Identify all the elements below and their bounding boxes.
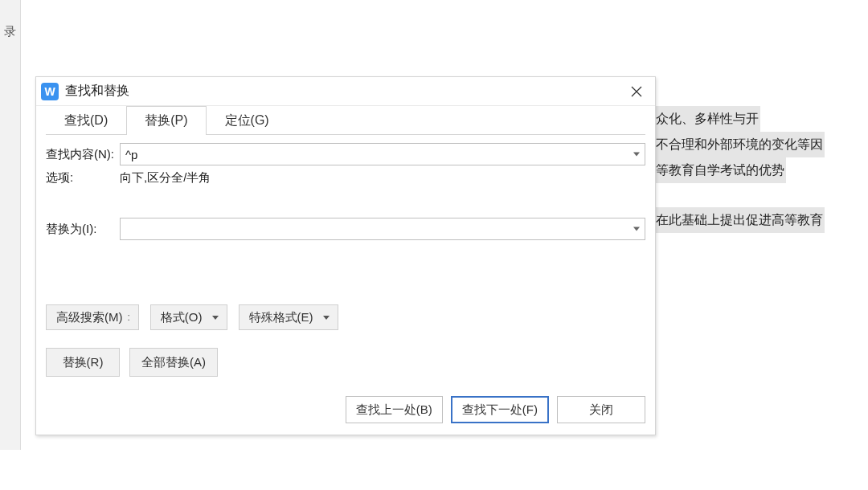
footer-row: 查找上一处(B) 查找下一处(F) 关闭 [46,396,645,423]
close-icon[interactable] [624,80,649,103]
sidebar-label: 录 [4,24,16,38]
advanced-search-label: 高级搜索(M) [56,310,123,325]
dialog-title: 查找和替换 [65,83,624,100]
format-button[interactable]: 格式(O) [150,304,227,330]
chevron-down-icon[interactable] [633,227,640,231]
format-label: 格式(O) [161,310,203,325]
advanced-search-button[interactable]: 高级搜索(M) : [46,304,139,330]
dialog-body: 查找(D) 替换(P) 定位(G) 查找内容(N): ^p 选项: 向下,区分全… [36,106,655,435]
doc-text-line: 不合理和外部环境的变化等因 [654,132,825,157]
find-row: 查找内容(N): ^p [46,143,645,165]
replace-all-button[interactable]: 全部替换(A) [129,348,218,377]
special-format-label: 特殊格式(E) [249,310,313,325]
find-next-button[interactable]: 查找下一处(F) [451,396,549,423]
replace-label: 替换为(I): [46,222,120,237]
chevron-down-icon [323,316,330,320]
options-label: 选项: [46,170,120,186]
doc-text-line: 众化、多样性与开 [654,106,760,132]
replace-input[interactable] [120,218,645,240]
replace-button-row: 替换(R) 全部替换(A) [46,348,645,377]
chevron-down-icon [212,316,219,320]
options-row: 选项: 向下,区分全/半角 [46,170,645,186]
special-format-button[interactable]: 特殊格式(E) [239,304,338,330]
find-prev-button[interactable]: 查找上一处(B) [346,396,443,423]
find-input[interactable]: ^p [120,143,645,165]
tab-find[interactable]: 查找(D) [46,106,126,135]
close-button[interactable]: 关闭 [557,396,645,423]
options-value: 向下,区分全/半角 [120,170,211,186]
replace-button[interactable]: 替换(R) [46,348,120,377]
middle-button-row: 高级搜索(M) : 格式(O) 特殊格式(E) [46,304,645,330]
app-icon: W [41,83,59,100]
doc-text-line: 在此基础上提出促进高等教育 [654,207,825,233]
tab-bar: 查找(D) 替换(P) 定位(G) [46,106,645,135]
tab-replace[interactable]: 替换(P) [126,106,206,135]
replace-row: 替换为(I): [46,218,645,240]
dialog-titlebar: W 查找和替换 [36,77,655,106]
chevron-down-icon[interactable] [633,153,640,157]
left-sidebar: 录 [0,0,21,450]
find-replace-dialog: W 查找和替换 查找(D) 替换(P) 定位(G) 查找内容(N): ^p 选项… [35,76,656,435]
dropdown-indicator-icon: : [128,312,130,323]
find-input-value: ^p [125,148,137,161]
tab-goto[interactable]: 定位(G) [207,106,288,135]
find-label: 查找内容(N): [46,147,120,162]
doc-text-line: 等教育自学考试的优势 [654,157,786,183]
